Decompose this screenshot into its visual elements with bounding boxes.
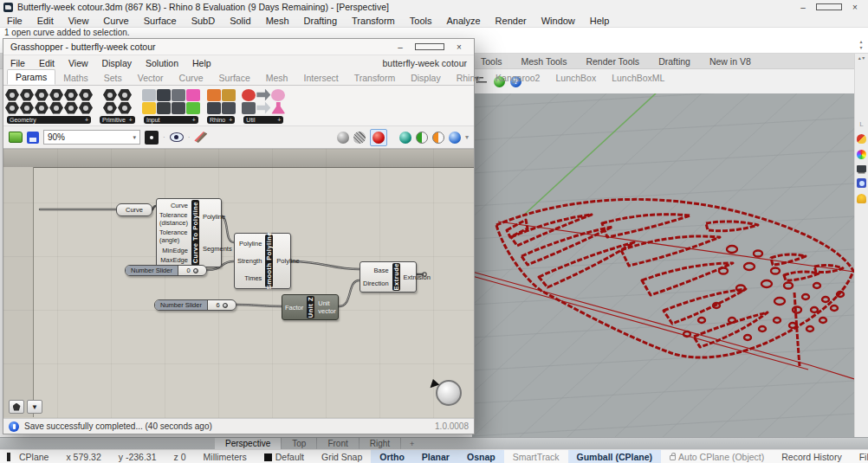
zoom-extents-icon[interactable] <box>145 131 159 145</box>
status-cplane[interactable]: CPlane <box>10 452 57 462</box>
restore-button[interactable] <box>816 3 842 12</box>
toolbar-tab-render-tools[interactable]: Render Tools <box>586 56 639 67</box>
node-number-slider-1[interactable]: Number Slider 0 <box>125 265 207 276</box>
notifications-bell-icon[interactable] <box>857 194 866 203</box>
geometry-icon-8[interactable] <box>20 102 34 114</box>
ex-output-extrusion[interactable]: Extrusion <box>404 273 431 281</box>
input-chart-icon[interactable] <box>142 102 156 114</box>
preview-wireframe-icon[interactable] <box>353 132 366 144</box>
geometry-icon-10[interactable] <box>49 102 63 114</box>
gh-menu-edit[interactable]: Edit <box>39 58 55 68</box>
gh-close-button[interactable]: × <box>444 39 474 55</box>
gh-tab-lunchboxml[interactable]: LunchBoxML <box>604 71 672 85</box>
input-panel-icon[interactable] <box>157 89 171 101</box>
status-auto-cplane[interactable]: Auto CPlane (Object) <box>661 452 773 462</box>
status-ortho[interactable]: Ortho <box>371 450 413 463</box>
geometry-icon-12[interactable] <box>79 102 93 114</box>
canvas-compass-widget[interactable] <box>436 380 462 406</box>
uz-input-factor[interactable]: Factor <box>285 304 303 312</box>
gh-tab-kangaroo2[interactable]: Kangaroo2 <box>488 71 547 85</box>
status-planar[interactable]: Planar <box>413 450 458 463</box>
menu-render[interactable]: Render <box>496 16 527 26</box>
primitive-icon-4[interactable] <box>118 102 132 114</box>
spinner-up-icon[interactable]: ▴ <box>859 39 862 45</box>
gh-tab-vector[interactable]: Vector <box>130 71 172 85</box>
ctp-input-maxedge[interactable]: MaxEdge <box>160 256 188 264</box>
ctp-output-segments[interactable]: Segments <box>203 245 232 253</box>
properties-panel-icon[interactable] <box>857 134 866 144</box>
sp-name-bar[interactable]: Smooth Polyline <box>265 235 273 287</box>
ex-input-direction[interactable]: Direction <box>363 280 389 287</box>
util-scribble-icon[interactable] <box>242 102 256 114</box>
perspective-viewport[interactable] <box>472 93 854 437</box>
zoom-level-dropdown[interactable]: 90% ▾ <box>43 130 140 145</box>
menu-mesh[interactable]: Mesh <box>266 16 289 26</box>
gh-menu-file[interactable]: File <box>10 58 25 68</box>
slider2-grip[interactable] <box>223 303 228 308</box>
ex-name-bar[interactable]: Extrude <box>392 263 400 291</box>
gh-tab-surface[interactable]: Surface <box>211 71 258 85</box>
geometry-icon-7[interactable] <box>5 102 19 114</box>
spinner-down-icon[interactable]: ▾ <box>859 45 862 51</box>
viewport-tab-perspective[interactable]: Perspective <box>215 438 282 449</box>
gh-menu-view[interactable]: View <box>68 58 88 68</box>
status-osnap[interactable]: Osnap <box>458 450 504 463</box>
butterfly-contours[interactable] <box>496 199 853 366</box>
input-import-icon[interactable] <box>142 89 156 101</box>
slider2-track[interactable]: 6 <box>208 301 236 309</box>
primitive-icon-2[interactable] <box>118 89 132 101</box>
gh-menu-help[interactable]: Help <box>192 58 211 68</box>
util-cherry-icon[interactable] <box>242 89 256 101</box>
save-file-icon[interactable] <box>27 132 39 144</box>
rhino-layer-icon[interactable] <box>222 102 236 114</box>
toolbar-tab-new-in-v8[interactable]: New in V8 <box>709 56 751 67</box>
preview-eye-icon[interactable] <box>170 132 184 142</box>
hidden-preview-icon[interactable] <box>432 132 444 144</box>
status-record-history[interactable]: Record History <box>773 452 850 462</box>
geometry-icon-11[interactable] <box>64 102 78 114</box>
uz-output-unit-vector[interactable]: Unit vector <box>318 299 335 315</box>
status-filter[interactable]: Filter <box>851 452 868 462</box>
toolbar-tab-tools[interactable]: Tools <box>481 56 502 67</box>
monitor-panel-icon[interactable] <box>857 165 866 172</box>
gh-tab-params[interactable]: Params <box>7 69 55 85</box>
geometry-icon-1[interactable] <box>5 89 19 101</box>
gh-minimize-button[interactable]: – <box>385 39 415 55</box>
minimize-button[interactable]: – <box>790 3 816 12</box>
input-value-list-icon[interactable] <box>172 102 185 114</box>
dock-scroll-up-icon[interactable]: ▴ <box>858 55 861 61</box>
ctp-output-polyline[interactable]: Polyline <box>203 213 225 221</box>
command-spinner[interactable]: ▴ ▾ <box>857 39 865 51</box>
primitive-icon-1[interactable] <box>103 89 117 101</box>
new-viewport-tab-icon[interactable]: + <box>401 438 423 449</box>
draw-icons-icon[interactable] <box>399 132 411 144</box>
rhino-group-icon[interactable] <box>207 102 221 114</box>
menu-drafting[interactable]: Drafting <box>304 16 338 26</box>
gh-tab-intersect[interactable]: Intersect <box>295 71 346 85</box>
ctp-input-tolerance-distance[interactable]: Tolerance (distance) <box>159 211 188 227</box>
menu-curve[interactable]: Curve <box>103 16 128 26</box>
uz-name-bar[interactable]: Unit Z <box>307 296 314 318</box>
status-units[interactable]: Millimeters <box>195 452 256 462</box>
sp-input-times[interactable]: Times <box>244 274 262 282</box>
menu-window[interactable]: Window <box>541 16 575 26</box>
preview-shaded-icon[interactable] <box>372 132 385 144</box>
status-grid-snap[interactable]: Grid Snap <box>313 452 371 462</box>
menu-subd[interactable]: SubD <box>191 16 216 26</box>
node-number-slider-2[interactable]: Number Slider 6 <box>154 299 236 311</box>
canvas-download-button[interactable]: ▼ <box>27 400 42 414</box>
gh-tab-curve[interactable]: Curve <box>172 71 211 85</box>
gh-tab-transform[interactable]: Transform <box>347 71 403 85</box>
open-file-icon[interactable] <box>9 132 23 143</box>
geometry-icon-9[interactable] <box>35 102 49 114</box>
menu-edit[interactable]: Edit <box>37 16 54 26</box>
web-panel-icon[interactable] <box>857 178 866 188</box>
util-telepathy-icon[interactable] <box>256 102 270 114</box>
geometry-icon-6[interactable] <box>79 89 93 101</box>
gh-tab-lunchbox[interactable]: LunchBox <box>547 71 604 85</box>
sp-input-strength[interactable]: Strength <box>237 257 262 265</box>
input-graph-mapper-icon[interactable] <box>186 89 200 101</box>
menu-help[interactable]: Help <box>590 16 610 26</box>
geometry-icon-5[interactable] <box>64 89 78 101</box>
gh-tab-maths[interactable]: Maths <box>55 71 96 85</box>
